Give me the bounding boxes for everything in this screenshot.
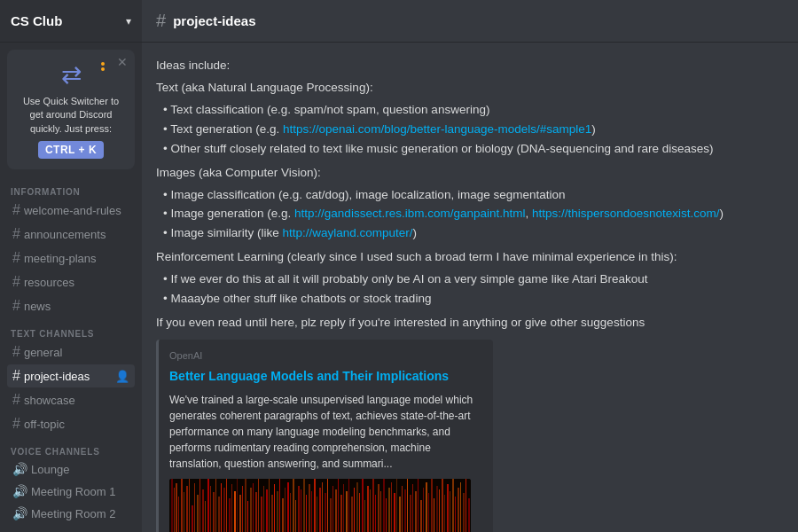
svg-rect-104 <box>444 495 445 532</box>
svg-rect-49 <box>298 486 300 532</box>
gan-link-1[interactable]: http://gandissect.res.ibm.com/ganpaint.h… <box>294 207 525 220</box>
svg-rect-11 <box>197 495 199 532</box>
hash-icon: # <box>12 368 20 384</box>
list-item: If we ever do this at all it will probab… <box>163 270 784 289</box>
channel-name: news <box>24 300 51 313</box>
svg-rect-33 <box>255 492 257 532</box>
channel-item-off-topic[interactable]: #off-topic <box>7 412 135 435</box>
svg-rect-6 <box>184 492 184 532</box>
section-information: INFORMATION#welcome-and-rules#announceme… <box>0 176 142 317</box>
quick-switcher-icon-area: ⇄ <box>18 60 124 90</box>
svg-rect-22 <box>226 479 227 532</box>
channel-item-welcome-and-rules[interactable]: #welcome-and-rules <box>7 199 135 222</box>
svg-rect-106 <box>450 491 450 532</box>
svg-rect-47 <box>293 479 294 532</box>
svg-rect-76 <box>370 489 371 532</box>
hash-icon: # <box>12 344 20 360</box>
svg-rect-39 <box>271 495 273 532</box>
svg-rect-99 <box>431 479 433 532</box>
svg-rect-13 <box>202 489 204 532</box>
list-item: Image classification (e.g. cat/dog), ima… <box>163 186 784 205</box>
message-intro: Ideas include: <box>156 57 784 75</box>
channel-item-announcements[interactable]: #announcements <box>7 223 135 246</box>
rl-section: Reinforcement Learning (clearly since I … <box>156 248 784 267</box>
svg-rect-78 <box>375 495 376 532</box>
channel-header: # project-ideas <box>142 0 798 43</box>
list-item: Text generation (e.g. https://openai.com… <box>163 121 784 139</box>
channel-item-meeting-room-2[interactable]: 🔊Meeting Room 2 <box>7 503 135 524</box>
svg-rect-74 <box>364 500 365 532</box>
svg-rect-85 <box>394 493 395 532</box>
embed-image <box>169 479 471 532</box>
gan-link-2[interactable]: https://thispersondoesnotexist.com/ <box>532 207 720 220</box>
svg-rect-51 <box>303 479 305 532</box>
svg-rect-41 <box>277 491 278 532</box>
svg-rect-38 <box>269 479 270 532</box>
svg-rect-54 <box>311 491 312 532</box>
svg-rect-86 <box>396 479 397 532</box>
hash-icon: # <box>12 202 20 218</box>
svg-rect-63 <box>335 489 337 532</box>
svg-rect-93 <box>415 491 417 532</box>
svg-rect-16 <box>210 486 211 532</box>
channel-item-resources[interactable]: #resources <box>7 270 135 293</box>
svg-rect-37 <box>266 489 268 532</box>
svg-rect-101 <box>436 486 438 532</box>
svg-rect-98 <box>428 493 429 532</box>
hash-icon: # <box>12 392 20 408</box>
quick-switcher-text: Use Quick Switcher to get around Discord… <box>18 95 124 136</box>
svg-rect-83 <box>388 488 390 532</box>
svg-rect-48 <box>295 500 296 532</box>
svg-rect-89 <box>404 489 406 532</box>
channel-item-meeting-plans[interactable]: #meeting-plans <box>7 246 135 270</box>
arrow-icon: ⇄ <box>61 60 82 90</box>
list-item: Other stuff closely related to text like… <box>163 140 784 159</box>
svg-rect-79 <box>378 484 379 532</box>
hash-icon: # <box>12 250 20 266</box>
hash-icon: # <box>12 226 20 242</box>
svg-rect-110 <box>460 482 461 532</box>
server-header[interactable]: CS Club ▾ <box>0 0 142 43</box>
channel-item-lounge[interactable]: 🔊Lounge <box>7 458 135 480</box>
keyboard-shortcut: CTRL + K <box>38 141 104 159</box>
rl-list: If we ever do this at all it will probab… <box>156 270 784 309</box>
svg-rect-113 <box>468 498 470 532</box>
list-item: Maaaybe other stuff like chatbots or sto… <box>163 290 784 309</box>
svg-rect-69 <box>351 497 353 532</box>
channel-name: announcements <box>24 228 106 241</box>
svg-rect-28 <box>242 486 243 532</box>
svg-rect-5 <box>181 479 183 532</box>
svg-rect-17 <box>213 492 215 532</box>
svg-rect-55 <box>314 479 316 532</box>
channel-item-news[interactable]: #news <box>7 294 135 317</box>
svg-rect-34 <box>258 479 259 532</box>
svg-rect-27 <box>239 495 241 532</box>
channel-name: Meeting Room 1 <box>31 485 115 498</box>
channel-item-showcase[interactable]: #showcase <box>7 388 135 411</box>
embed-card: OpenAI Better Language Models and Their … <box>156 340 493 532</box>
wayland-link[interactable]: http://wayland.computer/ <box>283 226 413 239</box>
svg-rect-23 <box>229 498 231 532</box>
channel-item-meeting-room-1[interactable]: 🔊Meeting Room 1 <box>7 481 135 502</box>
channel-item-project-ideas[interactable]: #project-ideas👤 <box>7 364 135 387</box>
section-text-channels: TEXT CHANNELS#general#project-ideas👤#sho… <box>0 318 142 435</box>
server-name: CS Club <box>11 13 62 28</box>
svg-rect-84 <box>391 482 392 532</box>
svg-rect-65 <box>340 495 342 532</box>
embed-provider: OpenAI <box>169 348 482 364</box>
hash-icon: # <box>12 416 20 432</box>
nlp-list: Text classification (e.g. spam/not spam,… <box>156 101 784 159</box>
svg-rect-66 <box>343 484 344 532</box>
channel-name: Meeting Room 2 <box>31 507 115 520</box>
channel-item-general[interactable]: #general <box>7 340 135 364</box>
cv-list: Image classification (e.g. cat/dog), ima… <box>156 186 784 244</box>
embed-title[interactable]: Better Language Models and Their Implica… <box>169 367 482 387</box>
section-label-text-channels: TEXT CHANNELS <box>7 329 135 339</box>
svg-rect-30 <box>247 501 248 532</box>
svg-rect-12 <box>200 479 200 532</box>
svg-rect-100 <box>434 498 434 532</box>
svg-rect-111 <box>463 493 465 532</box>
volume-icon: 🔊 <box>12 506 27 520</box>
text-gen-link[interactable]: https://openai.com/blog/better-language-… <box>283 122 591 136</box>
svg-rect-18 <box>215 479 216 532</box>
